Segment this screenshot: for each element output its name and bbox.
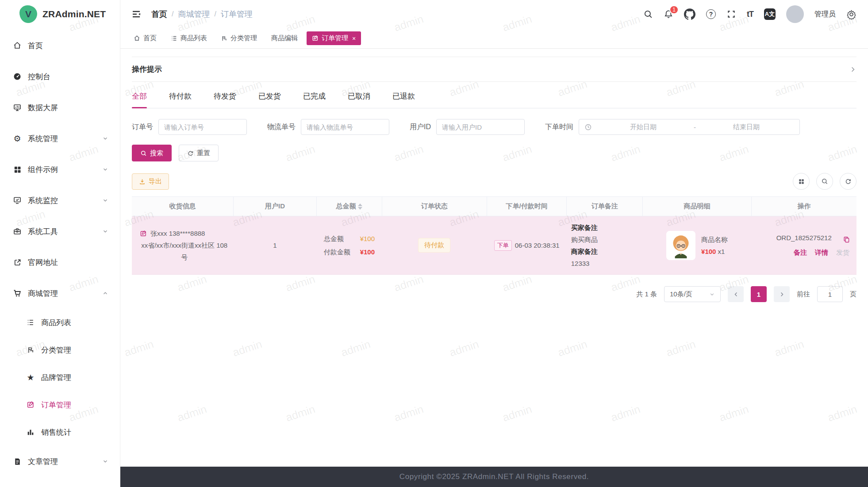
status-tab-shipped[interactable]: 已发货 [258, 84, 281, 108]
tab-home[interactable]: 首页 [128, 31, 162, 45]
tracking-no-input[interactable] [301, 119, 389, 135]
github-icon[interactable] [684, 8, 695, 20]
sidebar-item-system[interactable]: ⚙ 系统管理 [0, 123, 120, 154]
next-page-button[interactable] [774, 286, 790, 302]
tab-category[interactable]: 分类管理 [216, 31, 262, 45]
status-tab-cancelled[interactable]: 已取消 [348, 84, 370, 108]
home-icon [12, 41, 22, 50]
language-icon[interactable]: A文 [764, 8, 776, 20]
page-button-1[interactable]: 1 [751, 286, 767, 302]
close-icon[interactable]: × [352, 35, 356, 42]
sort-caret-icon[interactable] [358, 203, 362, 210]
help-icon[interactable]: ? [706, 9, 716, 19]
sidebar-item-home[interactable]: 首页 [0, 30, 120, 61]
operation-tips-panel: 操作提示 [132, 57, 856, 82]
sidebar-item-tools[interactable]: 系统工具 [0, 216, 120, 247]
sidebar-item-product-list[interactable]: 商品列表 [0, 309, 120, 336]
sidebar-item-orders[interactable]: 订单管理 [0, 391, 120, 418]
page-size-select[interactable]: 10条/页 [664, 286, 721, 302]
notification-bell-icon[interactable]: 1 [664, 9, 673, 19]
tab-label: 订单管理 [322, 34, 348, 42]
dashboard-icon [12, 72, 22, 81]
goto-page-input[interactable] [817, 286, 843, 302]
sidebar-item-label: 商品列表 [41, 318, 108, 328]
sidebar-item-label: 数据大屏 [28, 103, 108, 113]
col-product: 商品明细 [643, 197, 752, 216]
settings-gear-icon[interactable] [846, 9, 856, 19]
status-tab-to-ship[interactable]: 待发货 [214, 84, 236, 108]
ship-action[interactable]: 发货 [836, 249, 849, 257]
font-size-icon[interactable]: tT [747, 10, 753, 19]
columns-grid-icon[interactable] [793, 173, 810, 190]
sidebar-menu: 首页 控制台 数据大屏 ⚙ 系统管理 组件示例 系统监控 [0, 28, 120, 477]
chevron-right-icon[interactable] [849, 66, 856, 73]
tab-product-list[interactable]: 商品列表 [165, 31, 212, 45]
product-price: ¥100 [701, 248, 716, 255]
sidebar-item-dashboard[interactable]: 控制台 [0, 61, 120, 92]
status-tab-completed[interactable]: 已完成 [303, 84, 326, 108]
category-icon [26, 345, 35, 355]
date-range-picker[interactable]: 开始日期 - 结束日期 [579, 119, 800, 135]
cell-amount: 总金额¥100 付款金额¥100 [317, 216, 382, 275]
sidebar-item-sales-stats[interactable]: 销售统计 [0, 418, 120, 446]
logo[interactable]: V ZRAdmin.NET [0, 0, 120, 28]
copy-icon[interactable] [843, 236, 850, 243]
cell-time: 下单 06-03 20:38:31 [487, 216, 567, 275]
receiver-address: xx省/xx市/xxx街道xx社区 108号 [140, 239, 229, 263]
chevron-up-icon [102, 290, 108, 296]
sidebar-item-datascreen[interactable]: 数据大屏 [0, 92, 120, 123]
reset-button[interactable]: 重置 [179, 145, 219, 161]
page-size-value: 10条/页 [670, 290, 692, 299]
user-id-input[interactable] [436, 119, 525, 135]
table-row[interactable]: 张xxx 138****8888 xx省/xx市/xxx街道xx社区 108号 … [132, 216, 856, 275]
sidebar-item-category[interactable]: 分类管理 [0, 336, 120, 364]
breadcrumb-home[interactable]: 首页 [151, 9, 167, 19]
start-date-placeholder[interactable]: 开始日期 [595, 123, 691, 131]
col-status: 订单状态 [382, 197, 487, 216]
prev-page-button[interactable] [728, 286, 744, 302]
username[interactable]: 管理员 [814, 10, 836, 19]
main-area: 首页 / 商城管理 / 订单管理 1 ? tT A文 管理员 [120, 0, 868, 487]
orders-table: 收货信息 用户ID 总金额 订单状态 下单/付款时间 订单备注 商品明细 操作 [132, 196, 856, 275]
sidebar-item-articles[interactable]: 文章管理 [0, 446, 120, 477]
search-icon[interactable] [643, 9, 653, 19]
status-tab-unpaid[interactable]: 待付款 [169, 84, 192, 108]
tab-product-edit[interactable]: 商品编辑 [266, 31, 303, 45]
table-header-row: 收货信息 用户ID 总金额 订单状态 下单/付款时间 订单备注 商品明细 操作 [132, 197, 856, 216]
end-date-placeholder[interactable]: 结束日期 [699, 123, 794, 131]
total-value: ¥100 [360, 235, 375, 242]
chevron-down-icon [102, 166, 108, 173]
sidebar-item-brand[interactable]: ★ 品牌管理 [0, 364, 120, 391]
sidebar-item-label: 首页 [28, 41, 108, 51]
category-icon [221, 35, 227, 42]
sidebar-item-label: 商城管理 [28, 288, 102, 299]
search-button[interactable]: 搜索 [132, 145, 172, 161]
fullscreen-icon[interactable] [726, 9, 736, 19]
page-unit-label: 页 [850, 290, 856, 299]
chevron-down-icon [102, 228, 108, 234]
sidebar-item-website[interactable]: 官网地址 [0, 247, 120, 278]
edit-receiver-icon[interactable] [140, 230, 147, 237]
col-user-id: 用户ID [233, 197, 316, 216]
tab-orders[interactable]: 订单管理 × [307, 31, 361, 45]
note-action[interactable]: 备注 [794, 249, 807, 257]
breadcrumb-mall[interactable]: 商城管理 [178, 9, 210, 19]
user-avatar[interactable] [786, 5, 804, 23]
collapse-menu-icon[interactable] [131, 9, 142, 19]
order-no-input[interactable] [158, 119, 247, 135]
status-tab-refunded[interactable]: 已退款 [392, 84, 415, 108]
copyright: Copyright ©2025 ZRAdmin.NET All Rights R… [399, 472, 589, 481]
export-button[interactable]: 导出 [132, 173, 169, 190]
sidebar-item-monitor[interactable]: 系统监控 [0, 185, 120, 216]
logo-mark: V [19, 5, 37, 23]
status-tab-all[interactable]: 全部 [132, 84, 147, 108]
sidebar-item-mall[interactable]: 商城管理 [0, 278, 120, 309]
col-amount[interactable]: 总金额 [317, 197, 382, 216]
sidebar-item-components[interactable]: 组件示例 [0, 154, 120, 185]
detail-action[interactable]: 详情 [815, 249, 828, 257]
refresh-icon[interactable] [840, 173, 856, 190]
table-search-icon[interactable] [816, 173, 833, 190]
product-image[interactable] [666, 231, 695, 260]
article-icon [12, 456, 22, 466]
filter-form: 订单号 物流单号 用户ID 下单时间 开始日期 - [132, 119, 856, 135]
